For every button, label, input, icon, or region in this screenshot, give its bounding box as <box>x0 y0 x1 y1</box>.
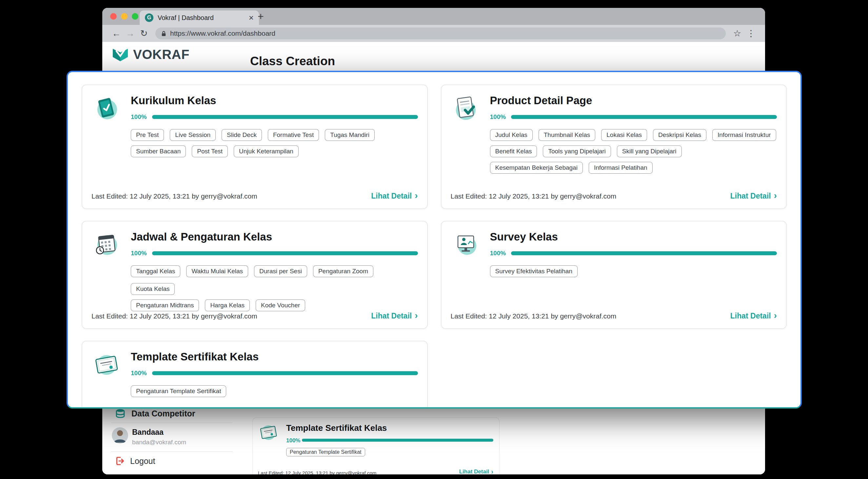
tag-chip: Kesempatan Bekerja Sebagai <box>490 162 583 173</box>
tag-chip: Live Session <box>170 129 216 141</box>
tag-chip: Informasi Instruktur <box>712 129 776 141</box>
tag-chip: Pre Test <box>131 129 164 141</box>
lock-icon <box>161 30 167 37</box>
back-icon[interactable]: ← <box>110 29 123 39</box>
tag-chip: Durasi per Sesi <box>254 265 307 277</box>
tag-row: Benefit KelasTools yang DipelajariSkill … <box>490 146 777 157</box>
tag-chip: Unjuk Keterampilan <box>234 146 299 157</box>
tag-list: Survey Efektivitas Pelatihan <box>490 265 777 277</box>
tag-chip: Post Test <box>192 146 228 157</box>
card-title: Survey Kelas <box>490 231 777 243</box>
page-title: Class Creation <box>250 54 335 68</box>
progress-percent: 100% <box>131 370 147 377</box>
tag-row: Pre TestLive SessionSlide DeckFormative … <box>131 129 418 141</box>
vokraf-logo[interactable]: VOKRAF <box>112 46 189 62</box>
user-name: Bandaaa <box>132 428 186 437</box>
lihat-detail-link[interactable]: Lihat Detail › <box>730 192 777 200</box>
certificate-icon <box>91 349 122 379</box>
tag-chip: Pengaturan Template Sertifikat <box>286 448 365 456</box>
card-kurikulum-kelas: Kurikulum Kelas 100% Pre TestLive Sessio… <box>82 85 428 209</box>
card-jadwal-pengaturan-kelas: Jadwal & Pengaturan Kelas 100% Tanggal K… <box>82 221 428 329</box>
logout-icon <box>115 456 125 466</box>
chevron-right-icon: › <box>415 191 417 200</box>
tag-row: Kesempatan Bekerja SebagaiInformasi Pela… <box>490 162 777 173</box>
tag-chip: Survey Efektivitas Pelatihan <box>490 265 578 277</box>
logout-label: Logout <box>130 456 155 466</box>
chevron-right-icon: › <box>774 311 777 320</box>
progress-bar <box>302 439 493 442</box>
vokraf-logo-icon <box>112 46 129 62</box>
browser-tab[interactable]: G Vokraf | Dashboard × <box>140 10 259 25</box>
tag-chip: Tugas Mandiri <box>325 129 375 141</box>
card-title: Product Detail Page <box>490 94 777 107</box>
lihat-detail-link[interactable]: Lihat Detail › <box>459 469 493 474</box>
forward-icon[interactable]: → <box>123 29 137 39</box>
tag-chip: Pengaturan Zoom <box>313 265 373 277</box>
screenshot-root: { "window": { "tab_title": "Vokraf | Das… <box>0 0 868 479</box>
sidebar-divider <box>111 451 233 452</box>
curriculum-book-icon <box>91 93 122 123</box>
tag-chip: Harga Kelas <box>205 299 250 311</box>
tag-chip: Thumbnail Kelas <box>538 129 596 141</box>
browser-toolbar: ← → ↻ https://www.vokraf.com/dashboard ☆… <box>102 25 765 42</box>
tag-chip: Informasi Pelatihan <box>589 162 653 173</box>
chevron-right-icon: › <box>415 311 417 320</box>
tag-row: Pengaturan Template Sertifikat <box>286 448 365 456</box>
tag-chip: Pengaturan Template Sertifikat <box>131 385 226 397</box>
close-tab-icon[interactable]: × <box>249 13 254 22</box>
url-text: https://www.vokraf.com/dashboard <box>170 30 275 37</box>
progress-bar <box>152 251 418 255</box>
tag-chip: Tools yang Dipelajari <box>543 146 611 157</box>
avatar <box>112 427 128 444</box>
tag-chip: Skill yang Dipelajari <box>617 146 682 157</box>
last-edited-text: Last Edited: 12 July 2025, 13:21 by gerr… <box>258 470 376 474</box>
lihat-detail-link[interactable]: Lihat Detail › <box>371 192 417 200</box>
address-bar[interactable]: https://www.vokraf.com/dashboard <box>155 28 726 39</box>
minimize-window-button[interactable] <box>121 13 127 20</box>
card-template-sertifikat-kelas: Template Sertifikat Kelas 100% Pengatura… <box>82 341 428 409</box>
progress-percent: 100% <box>490 114 506 121</box>
tab-title: Vokraf | Dashboard <box>158 14 245 22</box>
tab-strip: G Vokraf | Dashboard × + <box>102 8 765 25</box>
tag-row: Tanggal KelasWaktu Mulai KelasDurasi per… <box>131 265 418 295</box>
tag-list: Judul KelasThumbnail KelasLokasi KelasDe… <box>490 129 777 173</box>
lihat-detail-link[interactable]: Lihat Detail › <box>730 312 777 320</box>
progress-bar <box>152 115 418 119</box>
product-page-icon <box>451 93 481 123</box>
new-tab-button[interactable]: + <box>258 10 264 23</box>
tag-list: Pengaturan Template Sertifikat <box>131 385 418 397</box>
zoom-window-button[interactable] <box>132 13 138 20</box>
tag-chip: Deskripsi Kelas <box>653 129 706 141</box>
card-product-detail-page: Product Detail Page 100% Judul KelasThum… <box>441 85 787 209</box>
progress-bar <box>511 115 777 119</box>
close-window-button[interactable] <box>110 13 117 20</box>
lihat-detail-link[interactable]: Lihat Detail › <box>371 312 417 320</box>
last-edited-text: Last Edited: 12 July 2025, 13:21 by gerr… <box>91 312 257 320</box>
tag-row: Pengaturan MidtransHarga KelasKode Vouch… <box>131 299 418 311</box>
database-icon <box>115 408 126 419</box>
tag-chip: Kuota Kelas <box>131 283 175 295</box>
window-controls <box>110 13 138 20</box>
progress-percent: 100% <box>131 114 147 121</box>
tag-chip: Waktu Mulai Kelas <box>186 265 248 277</box>
brand-name: VOKRAF <box>133 47 189 62</box>
calendar-clock-icon <box>91 229 122 259</box>
user-profile[interactable]: Bandaaa banda@vokraf.com <box>112 427 186 446</box>
tag-row: Survey Efektivitas Pelatihan <box>490 265 777 277</box>
reload-icon[interactable]: ↻ <box>137 28 151 39</box>
tag-row: Pengaturan Template Sertifikat <box>131 385 418 397</box>
logout-button[interactable]: Logout <box>115 456 155 466</box>
sidebar-item-label: Data Competitor <box>131 409 195 418</box>
tag-list: Pengaturan Template Sertifikat <box>286 448 365 461</box>
tag-chip: Benefit Kelas <box>490 146 537 157</box>
tag-row: Sumber BacaanPost TestUnjuk Keterampilan <box>131 146 418 157</box>
last-edited-text: Last Edited: 12 July 2025, 13:21 by gerr… <box>91 192 257 200</box>
sidebar-item-data-competitor[interactable]: Data Competitor <box>115 408 195 419</box>
user-email: banda@vokraf.com <box>132 439 186 446</box>
last-edited-text: Last Edited: 12 July 2025, 13:21 by gerr… <box>451 192 617 200</box>
tag-chip: Tanggal Kelas <box>131 265 180 277</box>
browser-menu-icon[interactable]: ⋮ <box>744 28 758 39</box>
bookmark-star-icon[interactable]: ☆ <box>730 28 744 39</box>
progress-percent: 100% <box>131 250 147 257</box>
certificate-icon <box>257 421 280 443</box>
